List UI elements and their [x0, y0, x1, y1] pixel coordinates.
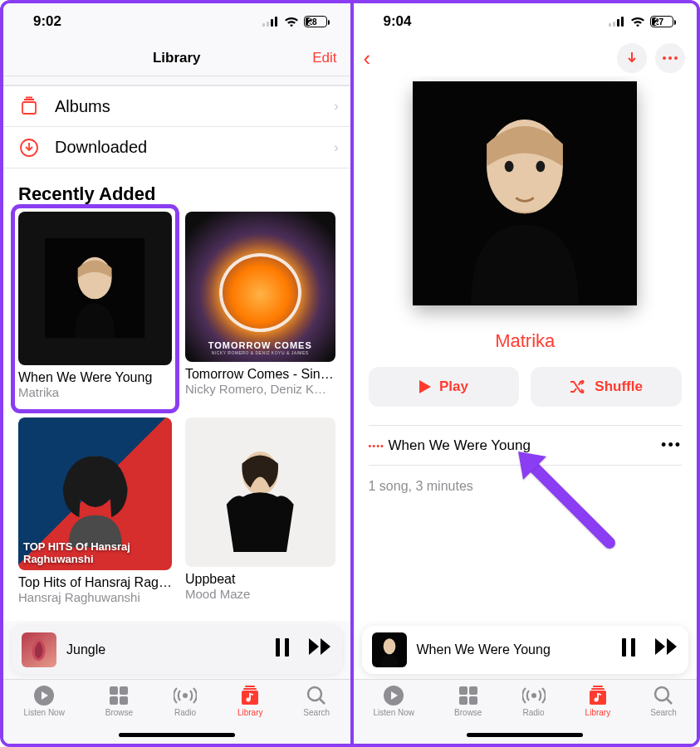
wifi-icon	[630, 17, 645, 27]
tab-browse[interactable]: Browse	[454, 685, 482, 717]
svg-rect-41	[459, 686, 467, 695]
mini-player-title: When We Were Young	[417, 642, 611, 657]
play-circle-icon	[32, 685, 56, 706]
list-item-albums[interactable]: Albums ›	[3, 85, 350, 127]
svg-rect-29	[621, 17, 624, 27]
tab-search[interactable]: Search	[650, 685, 677, 717]
now-playing-icon: ••••	[369, 441, 389, 451]
svg-rect-39	[631, 638, 635, 657]
home-indicator[interactable]	[119, 733, 235, 737]
album-card[interactable]: When We Were Young Matrika	[15, 208, 175, 409]
list-item-label: Albums	[55, 97, 319, 116]
status-bar: 9:02 28	[3, 3, 350, 40]
list-item-label: Downloaded	[55, 138, 319, 157]
svg-point-37	[383, 638, 395, 654]
svg-rect-38	[622, 638, 626, 657]
library-icon	[586, 685, 609, 706]
edit-button[interactable]: Edit	[312, 50, 336, 66]
album-artwork	[18, 212, 172, 365]
shuffle-button[interactable]: Shuffle	[531, 367, 682, 407]
cover-sub: NICKY ROMERO & DENIZ KOYU & JAIMES	[212, 350, 309, 355]
tab-browse[interactable]: Browse	[105, 685, 133, 717]
svg-rect-43	[459, 696, 467, 705]
svg-rect-18	[120, 696, 128, 705]
album-card[interactable]: TOMORROW COMES NICKY ROMERO & DENIZ KOYU…	[185, 212, 335, 406]
mini-player-artwork	[22, 632, 56, 667]
mini-player[interactable]: Jungle	[12, 626, 342, 674]
track-row[interactable]: •••• When We Were Young •••	[369, 426, 683, 466]
svg-rect-44	[469, 696, 477, 705]
svg-rect-2	[271, 19, 273, 27]
cellular-icon	[609, 17, 625, 27]
play-circle-icon	[382, 685, 405, 706]
tab-listen-now[interactable]: Listen Now	[374, 685, 414, 717]
tab-bar: Listen Now Browse Radio Library Search	[3, 679, 350, 744]
play-button[interactable]: Play	[369, 367, 520, 407]
more-button[interactable]	[655, 43, 685, 73]
artist-name[interactable]: Matrika	[495, 330, 555, 352]
list-item-downloaded[interactable]: Downloaded ›	[3, 127, 350, 168]
status-bar: 9:04 27	[354, 3, 698, 40]
svg-point-31	[668, 56, 672, 60]
svg-rect-16	[120, 686, 128, 695]
pause-icon[interactable]	[620, 638, 637, 662]
pause-icon[interactable]	[274, 638, 291, 662]
album-artist: Matrika	[18, 385, 172, 399]
cover-text: TOMORROW COMES	[208, 340, 312, 350]
cellular-icon	[262, 17, 279, 27]
tab-library[interactable]: Library	[237, 685, 263, 717]
album-card[interactable]: TOP HITS Of Hansraj Raghuwanshi Top Hits…	[18, 417, 172, 612]
album-artist: Mood Maze	[185, 587, 335, 601]
svg-rect-48	[593, 686, 603, 687]
album-summary: 1 song, 3 minutes	[369, 479, 683, 494]
album-card[interactable]: Uppbeat Mood Maze	[185, 417, 335, 612]
track-list: •••• When We Were Young •••	[369, 425, 683, 466]
library-icon	[238, 685, 262, 706]
svg-rect-15	[110, 686, 118, 695]
svg-line-25	[320, 699, 325, 704]
svg-rect-0	[262, 23, 265, 27]
page-title: Library	[153, 50, 201, 66]
svg-point-35	[505, 161, 514, 173]
chevron-right-icon: ›	[334, 99, 338, 114]
radio-icon	[522, 685, 546, 706]
download-icon	[18, 137, 40, 159]
svg-rect-26	[609, 23, 611, 27]
nav-header: Library Edit	[3, 40, 350, 76]
grid-icon	[457, 685, 480, 706]
mini-player-artwork	[372, 632, 407, 667]
tab-radio[interactable]: Radio	[522, 685, 546, 717]
battery-icon: 27	[650, 16, 673, 27]
svg-point-45	[531, 693, 536, 698]
album-title: When We Were Young	[18, 370, 172, 385]
album-artist: Nicky Romero, Deniz K…	[185, 382, 335, 396]
album-detail-screen: 9:04 27 ‹ Matrika	[350, 3, 698, 744]
svg-point-30	[663, 56, 666, 60]
status-time: 9:04	[384, 13, 412, 30]
forward-icon[interactable]	[655, 638, 678, 662]
home-indicator[interactable]	[467, 733, 583, 737]
svg-line-51	[667, 699, 672, 704]
cover-text: TOP HITS Of Hansraj Raghuwanshi	[23, 541, 167, 566]
track-more-button[interactable]: •••	[661, 437, 682, 454]
download-button[interactable]	[617, 43, 647, 73]
svg-rect-47	[591, 688, 605, 690]
tab-bar: Listen Now Browse Radio Library Search	[354, 679, 698, 744]
forward-icon[interactable]	[309, 638, 332, 662]
mini-player[interactable]: When We Were Young	[362, 626, 689, 674]
album-artwork: TOMORROW COMES NICKY ROMERO & DENIZ KOYU…	[185, 212, 335, 362]
back-button[interactable]: ‹	[364, 46, 371, 71]
grid-icon	[107, 685, 130, 706]
album-artist: Hansraj Raghuwanshi	[18, 590, 172, 604]
svg-rect-21	[243, 688, 257, 690]
tab-search[interactable]: Search	[303, 685, 330, 717]
svg-rect-17	[110, 696, 118, 705]
tab-library[interactable]: Library	[585, 685, 611, 717]
tab-listen-now[interactable]: Listen Now	[23, 685, 64, 717]
svg-rect-4	[22, 102, 36, 114]
album-title: Top Hits of Hansraj Rag…	[18, 575, 172, 590]
tab-radio[interactable]: Radio	[174, 685, 197, 717]
status-time: 9:02	[33, 13, 61, 30]
svg-point-19	[183, 693, 188, 698]
svg-point-50	[655, 687, 668, 701]
